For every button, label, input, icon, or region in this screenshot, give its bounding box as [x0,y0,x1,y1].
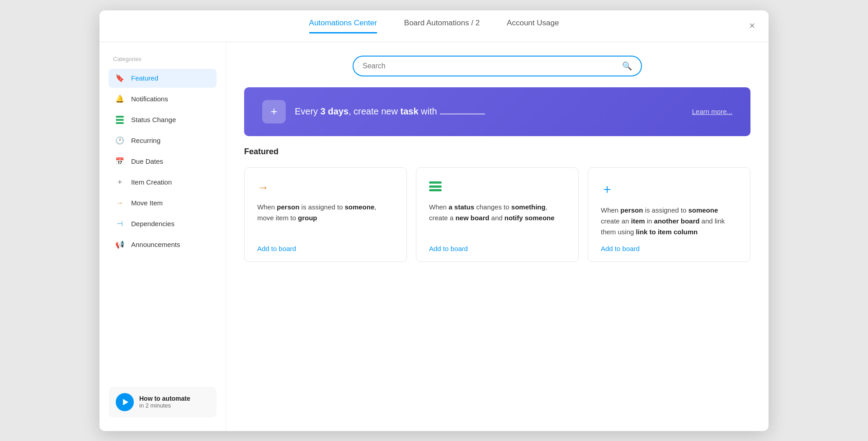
card-icon-plus: ＋ [601,180,737,198]
sidebar-item-due-dates[interactable]: 📅 Due Dates [108,152,217,171]
sidebar: Categories 🔖 Featured 🔔 Notifications St… [99,42,226,431]
banner-left: + Every 3 days, create new task with [262,100,485,123]
sidebar-item-notifications[interactable]: 🔔 Notifications [108,90,217,109]
banner-prefix: Every [295,106,321,116]
card-icon-arrow: → [257,180,394,194]
video-text: How to automate in 2 minutes [139,395,190,409]
svg-rect-2 [116,122,124,124]
sidebar-item-featured[interactable]: 🔖 Featured [108,69,217,88]
banner-bold2: task [400,106,418,116]
sidebar-item-dependencies[interactable]: ⊣ Dependencies [108,214,217,233]
sidebar-item-recurring[interactable]: 🕐 Recurring [108,131,217,150]
plus-icon: ＋ [115,177,125,187]
section-title: Featured [244,147,750,156]
learn-more-link[interactable]: Learn more... [692,108,732,115]
sidebar-label-move-item: Move Item [131,199,163,207]
status-icon [115,115,125,125]
add-to-board-3[interactable]: Add to board [601,245,737,252]
automation-card-3[interactable]: ＋ When person is assigned to someone cre… [588,167,750,262]
tab-board-automations[interactable]: Board Automations / 2 [404,19,480,33]
modal-header: Automations Center Board Automations / 2… [99,10,769,42]
banner[interactable]: + Every 3 days, create new task with Lea… [244,87,750,136]
modal-container: Automations Center Board Automations / 2… [99,10,769,431]
featured-section: Featured [244,147,750,156]
automation-card-1[interactable]: → When person is assigned to someone, mo… [244,167,407,262]
tab-automations-center[interactable]: Automations Center [309,19,377,33]
sidebar-label-recurring: Recurring [131,137,160,144]
bell-icon: 🔔 [115,94,125,104]
svg-rect-0 [116,116,124,118]
banner-slot [440,114,485,114]
modal-body: Categories 🔖 Featured 🔔 Notifications St… [99,42,769,431]
add-to-board-2[interactable]: Add to board [429,245,566,252]
categories-label: Categories [108,56,217,62]
cards-row: → When person is assigned to someone, mo… [244,167,750,262]
svg-rect-4 [429,185,442,188]
banner-icon: + [262,100,286,123]
sidebar-label-featured: Featured [131,74,158,82]
svg-rect-1 [116,119,124,121]
sidebar-item-announcements[interactable]: 📢 Announcements [108,235,217,254]
sidebar-label-announcements: Announcements [131,241,180,248]
automation-card-2[interactable]: When a status changes to something, crea… [416,167,579,262]
play-button[interactable] [116,393,134,411]
search-input[interactable] [363,62,618,70]
card-body-1: When person is assigned to someone, move… [257,202,394,237]
video-card[interactable]: How to automate in 2 minutes [108,387,217,417]
arrow-icon: → [115,198,125,208]
main-content: 🔍 + Every 3 days, create new task with L… [226,42,769,431]
sidebar-item-move-item[interactable]: → Move Item [108,194,217,213]
clock-icon: 🕐 [115,136,125,146]
sidebar-label-due-dates: Due Dates [131,157,163,165]
video-subtitle: in 2 minutes [139,402,190,409]
calendar-icon: 📅 [115,156,125,166]
card-body-2: When a status changes to something, crea… [429,202,566,237]
close-button[interactable]: × [749,21,755,31]
search-bar: 🔍 [353,56,642,76]
banner-mid: , create new [349,106,401,116]
sidebar-item-status-change[interactable]: Status Change [108,110,217,129]
sidebar-item-item-creation[interactable]: ＋ Item Creation [108,173,217,192]
card-icon-status [429,180,566,194]
sidebar-label-dependencies: Dependencies [131,220,175,228]
deps-icon: ⊣ [115,219,125,229]
banner-text: Every 3 days, create new task with [295,106,485,117]
sidebar-label-item-creation: Item Creation [131,178,172,186]
sidebar-label-status-change: Status Change [131,116,176,123]
announce-icon: 📢 [115,240,125,250]
svg-rect-5 [429,189,442,191]
tab-account-usage[interactable]: Account Usage [507,19,559,33]
svg-rect-3 [429,181,442,184]
card-body-3: When person is assigned to someone creat… [601,205,737,237]
search-icon: 🔍 [622,61,632,71]
sidebar-label-notifications: Notifications [131,95,168,103]
bookmark-icon: 🔖 [115,73,125,83]
banner-bold1: 3 days [321,106,349,116]
banner-suffix: with [419,106,437,116]
add-to-board-1[interactable]: Add to board [257,245,394,252]
video-title: How to automate [139,395,190,402]
